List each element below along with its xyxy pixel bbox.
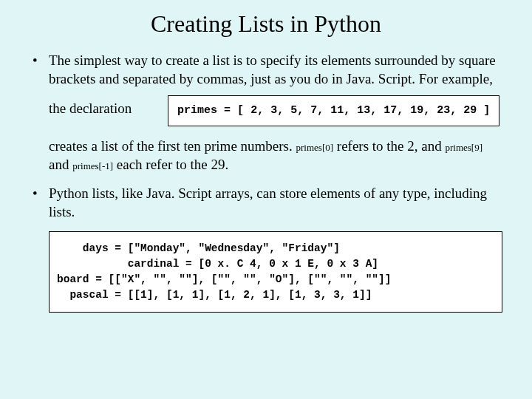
code-box-primes: primes = [ 2, 3, 5, 7, 11, 13, 17, 19, 2… bbox=[168, 95, 499, 126]
code-line-days: days = ["Monday", "Wednesday", "Friday"] bbox=[57, 242, 340, 254]
code-line-pascal: pascal = [[1], [1, 1], [1, 2, 1], [1, 3,… bbox=[57, 289, 372, 301]
follow-d: each refer to the 29. bbox=[113, 157, 228, 172]
follow-c: and bbox=[49, 157, 72, 172]
slide: Creating Lists in Python The simplest wa… bbox=[0, 0, 532, 338]
bullet-list: The simplest way to create a list is to … bbox=[30, 51, 502, 221]
inline-code-primes9: primes[9] bbox=[445, 142, 482, 153]
slide-title: Creating Lists in Python bbox=[30, 10, 502, 38]
follow-text: creates a list of the first ten prime nu… bbox=[49, 137, 502, 174]
bullet-item-1: The simplest way to create a list is to … bbox=[30, 51, 502, 174]
code-line-board: board = [["X", "", ""], ["", "", "O"], [… bbox=[57, 273, 391, 285]
inline-code-primes0: primes[0] bbox=[296, 142, 334, 153]
follow-b: refers to the 2, and bbox=[333, 138, 445, 154]
follow-a: creates a list of the first ten prime nu… bbox=[49, 138, 296, 154]
bullet-text-2: Python lists, like Java. Script arrays, … bbox=[49, 185, 487, 219]
inline-code-primesneg1: primes[-1] bbox=[72, 160, 113, 171]
code-line-cardinal: cardinal = [0 x. C 4, 0 x 1 E, 0 x 3 A] bbox=[57, 258, 378, 270]
bullet-item-2: Python lists, like Java. Script arrays, … bbox=[30, 184, 502, 221]
code-box-examples: days = ["Monday", "Wednesday", "Friday"]… bbox=[49, 231, 502, 313]
